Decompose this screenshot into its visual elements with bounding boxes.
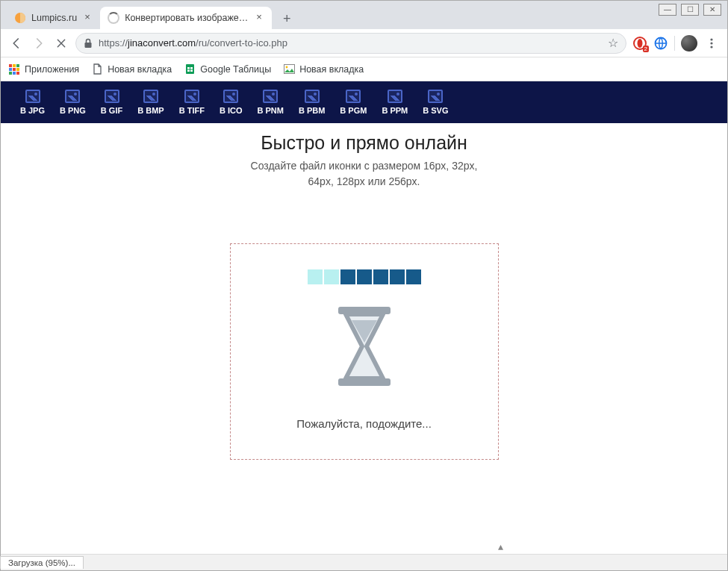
stop-button[interactable]: [53, 35, 69, 52]
tab-strip: Lumpics.ru × Конвертировать изображения …: [1, 1, 727, 29]
format-link[interactable]: В PGM: [340, 90, 367, 115]
progress-bar: [308, 269, 421, 284]
page-icon: [91, 63, 103, 75]
progress-cell: [373, 269, 388, 284]
svg-rect-16: [16, 72, 19, 75]
image-format-icon: [305, 90, 320, 103]
format-label: В ICO: [220, 106, 243, 115]
profile-avatar[interactable]: [681, 35, 697, 52]
new-tab-button[interactable]: +: [276, 8, 297, 29]
progress-cell: [324, 269, 339, 284]
loading-spinner-icon: [108, 12, 119, 24]
format-link[interactable]: В BMP: [137, 90, 164, 115]
progress-cell: [390, 269, 405, 284]
format-navbar: В JPGВ PNGВ GIFВ BMPВ TIFFВ ICOВ PNMВ PB…: [1, 81, 727, 123]
window-minimize-button[interactable]: —: [659, 4, 676, 16]
tab-lumpics[interactable]: Lumpics.ru ×: [7, 7, 100, 29]
upload-dropzone[interactable]: Пожалуйста, подождите...: [230, 243, 499, 460]
image-format-icon: [65, 90, 80, 103]
page-subline: Создайте файл иконки с размером 16px, 32…: [1, 158, 727, 190]
svg-rect-1: [85, 43, 92, 48]
svg-point-6: [710, 42, 712, 44]
image-format-icon: [428, 90, 443, 103]
scroll-down-icon: ▴: [498, 540, 503, 552]
image-format-icon: [388, 90, 402, 103]
sheets-icon: [184, 63, 196, 75]
bookmark-item[interactable]: Новая вкладка: [91, 63, 172, 75]
svg-point-3: [638, 39, 643, 48]
progress-cell: [308, 269, 323, 284]
image-format-icon: [346, 90, 361, 103]
browser-toolbar: https://jinaconvert.com/ru/convert-to-ic…: [1, 29, 727, 57]
svg-rect-9: [13, 64, 16, 67]
progress-cell: [406, 269, 421, 284]
progress-cell: [357, 269, 372, 284]
bookmark-item[interactable]: Google Таблицы: [184, 63, 271, 75]
window-close-button[interactable]: ✕: [703, 4, 721, 16]
svg-rect-15: [13, 72, 16, 75]
bookmark-item[interactable]: Новая вкладка: [283, 63, 364, 75]
format-label: В TIFF: [179, 106, 205, 115]
menu-button[interactable]: [703, 35, 720, 52]
format-link[interactable]: В GIF: [101, 90, 122, 115]
window-maximize-button[interactable]: ☐: [681, 4, 699, 16]
svg-rect-8: [9, 64, 12, 67]
svg-rect-11: [9, 68, 12, 71]
format-label: В PBM: [299, 106, 325, 115]
image-format-icon: [184, 90, 199, 103]
format-link[interactable]: В TIFF: [179, 90, 205, 115]
image-format-icon: [105, 90, 119, 103]
svg-point-5: [710, 38, 712, 40]
svg-rect-10: [16, 64, 19, 67]
format-link[interactable]: В PPM: [382, 90, 408, 115]
bookmark-star-icon[interactable]: ☆: [608, 36, 618, 50]
bookmark-label: Google Таблицы: [200, 64, 271, 75]
image-format-icon: [223, 90, 238, 103]
page-headline: Быстро и прямо онлайн: [1, 132, 727, 154]
apps-shortcut[interactable]: Приложения: [8, 63, 79, 75]
format-label: В PNG: [60, 106, 86, 115]
address-bar[interactable]: https://jinaconvert.com/ru/convert-to-ic…: [75, 33, 626, 54]
format-link[interactable]: В PNG: [60, 90, 86, 115]
back-button[interactable]: [8, 35, 25, 52]
format-label: В PGM: [340, 106, 367, 115]
svg-rect-13: [16, 68, 19, 71]
format-link[interactable]: В JPG: [20, 90, 45, 115]
svg-rect-14: [9, 72, 12, 75]
window-controls: — ☐ ✕: [659, 4, 721, 16]
image-format-icon: [25, 90, 40, 103]
apps-grid-icon: [8, 63, 20, 75]
tab-title: Конвертировать изображения: [125, 13, 249, 23]
status-text: Загрузка (95%)...: [0, 556, 84, 569]
format-link[interactable]: В PNM: [257, 90, 283, 115]
forward-button[interactable]: [31, 35, 47, 52]
tab-close-icon[interactable]: ×: [254, 13, 264, 23]
format-label: В BMP: [137, 106, 164, 115]
bookmarks-bar: Приложения Новая вкладка Google Таблицы …: [1, 57, 727, 81]
format-link[interactable]: В SVG: [423, 90, 448, 115]
apps-label: Приложения: [25, 64, 79, 75]
favicon-lumpics: [14, 12, 26, 24]
progress-cell: [340, 269, 355, 284]
svg-point-20: [285, 66, 287, 69]
browser-window: — ☐ ✕ Lumpics.ru × Конвертировать изобра…: [0, 0, 728, 571]
wait-text: Пожалуйста, подождите...: [296, 417, 432, 430]
image-format-icon: [263, 90, 278, 103]
svg-point-7: [710, 46, 712, 48]
toolbar-separator: [674, 36, 675, 51]
extension-opera-icon[interactable]: 2: [632, 36, 647, 51]
page-content: Быстро и прямо онлайн Создайте файл икон…: [1, 123, 727, 460]
format-link[interactable]: В ICO: [220, 90, 243, 115]
format-label: В SVG: [423, 106, 448, 115]
format-label: В JPG: [20, 106, 45, 115]
tab-jinaconvert[interactable]: Конвертировать изображения ×: [100, 7, 272, 29]
image-format-icon: [143, 90, 158, 103]
svg-rect-12: [13, 68, 16, 71]
format-link[interactable]: В PBM: [299, 90, 325, 115]
tab-title: Lumpics.ru: [31, 13, 77, 23]
extension-badge: 2: [643, 46, 649, 52]
format-label: В PPM: [382, 106, 408, 115]
extension-globe-icon[interactable]: [653, 36, 668, 51]
tab-close-icon[interactable]: ×: [82, 13, 93, 23]
lock-icon: [84, 38, 93, 49]
